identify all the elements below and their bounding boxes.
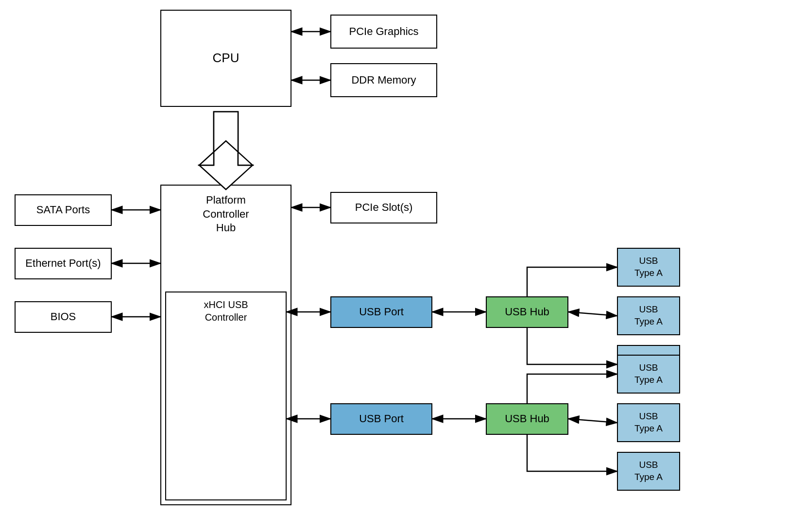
svg-line-14 xyxy=(568,312,617,316)
usb-a-4-box: USB Type A xyxy=(617,355,680,394)
sata-ports-box: SATA Ports xyxy=(15,194,112,226)
pcie-graphics-box: PCIe Graphics xyxy=(330,15,437,49)
xhci-box: xHCI USB Controller xyxy=(165,292,287,500)
usb-hub-2-box: USB Hub xyxy=(486,403,568,435)
usb-a-6-box: USB Type A xyxy=(617,452,680,491)
usb-a-2-box: USB Type A xyxy=(617,296,680,335)
usb-hub-1-box: USB Hub xyxy=(486,296,568,328)
bios-box: BIOS xyxy=(15,301,112,333)
svg-marker-5 xyxy=(199,112,253,165)
cpu-box: CPU xyxy=(160,10,291,107)
diagram: CPU PCIe Graphics DDR Memory Platform Co… xyxy=(0,0,787,532)
pcie-slots-box: PCIe Slot(s) xyxy=(330,192,437,223)
ddr-memory-box: DDR Memory xyxy=(330,63,437,97)
ethernet-ports-box: Ethernet Port(s) xyxy=(15,248,112,279)
svg-marker-4 xyxy=(199,112,253,189)
usb-port-2-box: USB Port xyxy=(330,403,432,435)
usb-a-1-box: USB Type A xyxy=(617,248,680,287)
usb-port-1-box: USB Port xyxy=(330,296,432,328)
svg-line-15 xyxy=(568,419,617,423)
usb-a-5-box: USB Type A xyxy=(617,403,680,442)
